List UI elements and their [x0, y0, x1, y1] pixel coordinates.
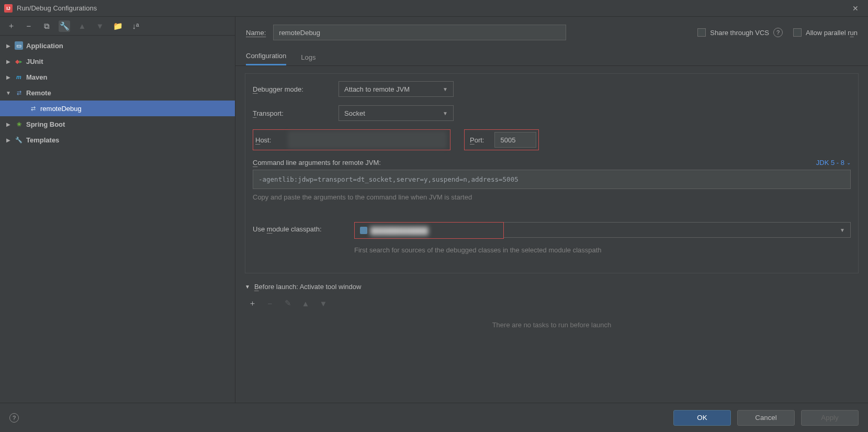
tree-label: Remote: [26, 89, 51, 97]
add-config-button[interactable]: ＋: [5, 20, 17, 32]
edit-templates-button[interactable]: 🔧: [59, 20, 70, 32]
close-icon[interactable]: ✕: [847, 4, 864, 13]
before-launch-section: ▼ Before launch: Activate tool window ＋ …: [245, 283, 859, 336]
tree-item-maven[interactable]: ▶ m Maven: [0, 69, 235, 85]
sidebar-toolbar: ＋ − ⧉ 🔧 ▲ ▼ 📁 ↓ª: [0, 17, 235, 36]
tree-label: Application: [26, 42, 63, 50]
remote-icon: ⇄: [29, 104, 37, 113]
checkbox-icon: [697, 28, 706, 37]
chevron-down-icon: ▼: [840, 227, 845, 233]
junit-icon: ◆▸: [15, 57, 23, 65]
select-value: Attach to remote JVM: [344, 85, 410, 93]
select-value: Socket: [344, 109, 365, 117]
parallel-label: Allow parallel run: [806, 29, 858, 37]
edit-task-button[interactable]: ✎: [283, 298, 293, 308]
tree-item-springboot[interactable]: ▶ ❀ Spring Boot: [0, 116, 235, 132]
share-label: Share through VCS: [710, 29, 769, 37]
expand-icon: ▶: [5, 59, 12, 64]
host-input[interactable]: [289, 132, 446, 148]
module-classpath-label: Use module classpath:: [253, 222, 347, 233]
move-task-down-button[interactable]: ▼: [318, 298, 329, 308]
jdk-version-select[interactable]: JDK 5 - 8 ⌄: [816, 159, 851, 167]
port-input[interactable]: [494, 132, 536, 148]
module-icon: [360, 227, 367, 234]
sort-button[interactable]: ↓ª: [130, 20, 141, 32]
cmdline-args-field[interactable]: -agentlib:jdwp=transport=dt_socket,serve…: [253, 170, 851, 189]
wrench-icon: 🔧: [15, 136, 23, 144]
remove-config-button[interactable]: −: [23, 20, 35, 32]
expand-icon: ▶: [5, 43, 12, 49]
tree-item-remote[interactable]: ▼ ⇄ Remote: [0, 85, 235, 101]
host-label: Host:: [255, 136, 281, 144]
expand-icon: ▶: [5, 74, 12, 80]
tree-item-junit[interactable]: ▶ ◆▸ JUnit: [0, 53, 235, 69]
chevron-down-icon: ▼: [443, 86, 448, 92]
debugger-mode-label: Debugger mode:: [253, 85, 331, 93]
chevron-down-icon: ⌄: [847, 160, 851, 165]
help-button[interactable]: ?: [9, 413, 19, 423]
tree-item-remotedebug[interactable]: ⇄ remoteDebug: [0, 101, 235, 116]
collapse-icon: ▼: [245, 284, 250, 290]
before-launch-header[interactable]: ▼ Before launch: Activate tool window: [245, 283, 859, 291]
tree-label: Spring Boot: [26, 120, 65, 128]
configuration-panel: Debugger mode: Attach to remote JVM ▼ Tr…: [245, 73, 859, 273]
copy-hint: Copy and paste the arguments to the comm…: [253, 193, 851, 201]
cancel-button[interactable]: Cancel: [737, 410, 795, 426]
spring-icon: ❀: [15, 120, 23, 128]
copy-config-button[interactable]: ⧉: [41, 20, 52, 32]
parallel-run-checkbox[interactable]: Allow parallel run: [793, 28, 858, 37]
share-vcs-checkbox[interactable]: Share through VCS ?: [697, 28, 783, 37]
move-task-up-button[interactable]: ▲: [300, 298, 311, 308]
name-input[interactable]: [273, 25, 566, 40]
port-highlight: Port:: [464, 129, 539, 150]
chevron-down-icon: ▼: [443, 110, 448, 116]
cmdline-label: Command line arguments for remote JVM:: [253, 159, 381, 167]
module-classpath-select[interactable]: ▼: [503, 222, 851, 238]
dialog-footer: ? OK Cancel Apply: [0, 403, 868, 432]
module-highlight: ████████████: [354, 222, 504, 239]
expand-icon: ▶: [5, 121, 12, 127]
tabs: Configuration Logs: [235, 48, 868, 66]
name-label: Name:: [246, 29, 266, 37]
tree-item-application[interactable]: ▶ ▭ Application: [0, 38, 235, 53]
transport-label: Transport:: [253, 109, 331, 117]
app-icon: IJ: [4, 4, 13, 13]
config-tree: ▶ ▭ Application ▶ ◆▸ JUnit ▶ m Maven ▼ ⇄…: [0, 36, 235, 403]
checkbox-icon: [793, 28, 802, 37]
apply-button[interactable]: Apply: [801, 410, 859, 426]
move-up-button[interactable]: ▲: [76, 20, 88, 32]
titlebar: IJ Run/Debug Configurations ✕: [0, 0, 868, 17]
application-icon: ▭: [15, 41, 23, 50]
host-highlight: Host:: [253, 129, 450, 150]
port-label: Port:: [467, 136, 487, 144]
collapse-icon: ▼: [5, 90, 12, 96]
tree-label: JUnit: [26, 58, 43, 65]
remove-task-button[interactable]: −: [265, 298, 275, 308]
tab-configuration[interactable]: Configuration: [246, 52, 286, 65]
tree-label: remoteDebug: [40, 105, 82, 113]
remote-icon: ⇄: [15, 88, 23, 97]
content-panel: Name: Share through VCS ? Allow parallel…: [235, 17, 868, 403]
tree-item-templates[interactable]: ▶ 🔧 Templates: [0, 132, 235, 148]
folder-button[interactable]: 📁: [112, 20, 123, 32]
move-down-button[interactable]: ▼: [94, 20, 106, 32]
add-task-button[interactable]: ＋: [247, 298, 257, 308]
before-launch-toolbar: ＋ − ✎ ▲ ▼: [245, 296, 859, 314]
tree-label: Templates: [26, 136, 59, 144]
maven-icon: m: [15, 73, 23, 81]
ok-button[interactable]: OK: [673, 410, 731, 426]
debugger-mode-select[interactable]: Attach to remote JVM ▼: [339, 81, 454, 97]
tree-label: Maven: [26, 73, 47, 81]
expand-icon: ▶: [5, 137, 12, 143]
module-hint: First search for sources of the debugged…: [354, 246, 626, 254]
tab-logs[interactable]: Logs: [301, 53, 315, 65]
before-launch-empty: There are no tasks to run before launch: [245, 314, 859, 336]
transport-select[interactable]: Socket ▼: [339, 105, 454, 121]
sidebar: ＋ − ⧉ 🔧 ▲ ▼ 📁 ↓ª ▶ ▭ Application ▶ ◆▸ JU…: [0, 17, 235, 403]
before-launch-title: Before launch: Activate tool window: [254, 283, 362, 291]
window-title: Run/Debug Configurations: [17, 4, 847, 12]
module-value: ████████████: [370, 227, 429, 235]
help-icon[interactable]: ?: [773, 28, 783, 37]
